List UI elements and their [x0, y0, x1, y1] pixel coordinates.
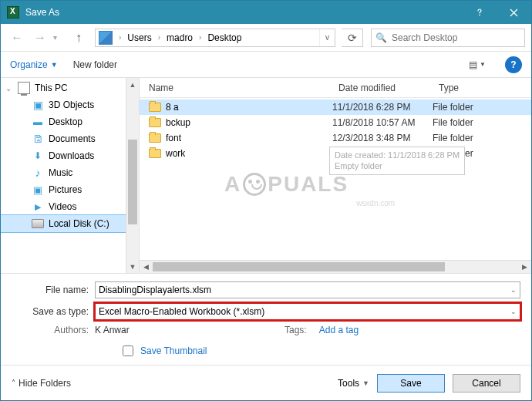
sidebar-item-documents[interactable]: Documents	[1, 130, 139, 147]
tags-value[interactable]: Add a tag	[319, 325, 359, 335]
nav-history-dropdown[interactable]: ▾	[53, 33, 66, 42]
save-button[interactable]: Save	[377, 374, 445, 393]
column-type[interactable]: Type	[433, 78, 531, 97]
file-date: 12/3/2018 3:48 PM	[332, 133, 433, 143]
view-options-button[interactable]: ▤ ▼	[465, 56, 490, 73]
sidebar-item-videos[interactable]: Videos	[1, 198, 139, 215]
desktop-icon	[32, 116, 44, 128]
folder-icon	[149, 118, 161, 127]
chevron-up-icon: ˄	[12, 379, 15, 387]
folder-icon	[149, 103, 161, 112]
scroll-up-button[interactable]: ▲	[126, 78, 139, 91]
scroll-thumb[interactable]	[153, 262, 445, 271]
nav-back[interactable]: ←	[7, 28, 27, 48]
file-name: 8 a	[166, 102, 179, 113]
disk-icon	[32, 219, 44, 228]
tooltip-line: Empty folder	[335, 160, 460, 171]
folder-icon	[149, 149, 161, 158]
3d-objects-icon	[32, 99, 44, 111]
tools-menu[interactable]: Tools ▼	[338, 378, 369, 389]
sidebar-label: Desktop	[49, 116, 82, 127]
refresh-button[interactable]: ⟳	[342, 29, 363, 47]
watermark: A PUALS wsxdn.com	[224, 172, 348, 197]
sidebar-item-local-disk-c[interactable]: Local Disk (C:)	[1, 215, 139, 232]
sidebar-label: Documents	[49, 133, 96, 144]
sidebar-label: This PC	[35, 83, 68, 93]
file-list: 8 a 11/1/2018 6:28 PM File folder bckup …	[140, 98, 531, 260]
help-button[interactable]: ?	[505, 56, 522, 73]
file-name-label: File name:	[12, 285, 89, 295]
sidebar-label: 3D Objects	[49, 99, 94, 110]
file-list-header: Name Date modified Type	[140, 78, 531, 98]
chevron-down-icon: ▼	[480, 61, 486, 68]
authors-label: Authors:	[12, 325, 89, 335]
new-folder-button[interactable]: New folder	[73, 59, 117, 70]
file-row[interactable]: bckup 11/8/2018 10:57 AM File folder	[140, 115, 531, 130]
column-name[interactable]: Name	[140, 78, 332, 97]
scroll-down-button[interactable]: ▼	[126, 260, 139, 273]
breadcrumb-users[interactable]: Users	[124, 29, 154, 46]
file-type: File folder	[433, 117, 531, 128]
file-name-field[interactable]: DisablingDisplayalerts.xlsm ⌄	[95, 281, 520, 298]
chevron-down-icon[interactable]: ⌄	[510, 286, 517, 294]
save-as-dialog: Save As ← → ▾ ↑ › Users › madro › Deskto…	[0, 0, 532, 401]
save-thumbnail-checkbox[interactable]	[123, 345, 133, 356]
file-name: work	[166, 148, 185, 159]
close-button[interactable]	[497, 1, 531, 24]
downloads-icon	[32, 150, 44, 162]
toolbar: Organize ▼ New folder ▤ ▼ ?	[1, 52, 531, 78]
search-input[interactable]	[390, 32, 524, 44]
body: ⌄ This PC 3D Objects Desktop Documents D…	[1, 78, 531, 274]
documents-icon	[32, 133, 44, 145]
sidebar-label: Local Disk (C:)	[49, 218, 109, 229]
save-type-label: Save as type:	[12, 306, 89, 317]
sidebar-item-desktop[interactable]: Desktop	[1, 113, 139, 130]
authors-value[interactable]: K Anwar	[95, 325, 130, 335]
search-box[interactable]: 🔍	[371, 29, 525, 47]
nav-up[interactable]: ↑	[69, 28, 89, 48]
file-name: font	[166, 133, 181, 143]
column-date[interactable]: Date modified	[332, 78, 433, 97]
organize-label: Organize	[10, 59, 48, 70]
breadcrumb-desktop[interactable]: Desktop	[204, 29, 244, 46]
sidebar-this-pc[interactable]: ⌄ This PC	[1, 79, 139, 96]
sidebar-item-pictures[interactable]: Pictures	[1, 181, 139, 198]
sidebar: ⌄ This PC 3D Objects Desktop Documents D…	[1, 78, 140, 273]
view-icon: ▤	[469, 59, 477, 70]
watermark-face-icon	[243, 173, 266, 196]
location-icon	[99, 31, 113, 45]
expand-icon[interactable]: ⌄	[5, 84, 12, 93]
breadcrumb-sep: ›	[116, 33, 124, 42]
sidebar-scrollbar[interactable]: ▲ ▼	[126, 78, 139, 273]
scroll-left-button[interactable]: ◀	[140, 261, 153, 274]
sidebar-item-3d-objects[interactable]: 3D Objects	[1, 96, 139, 113]
address-bar[interactable]: › Users › madro › Desktop v	[95, 29, 335, 47]
sidebar-item-downloads[interactable]: Downloads	[1, 147, 139, 164]
save-thumbnail-label: Save Thumbnail	[140, 345, 207, 356]
search-icon: 🔍	[372, 32, 390, 43]
music-icon	[32, 167, 44, 179]
tags-label: Tags:	[230, 325, 307, 335]
chevron-down-icon[interactable]: ⌄	[510, 308, 517, 315]
help-button[interactable]	[462, 1, 497, 24]
watermark-text: A	[224, 172, 241, 197]
sidebar-item-music[interactable]: Music	[1, 164, 139, 181]
file-row[interactable]: work 11/28/2018 12:13 … File folder	[140, 146, 531, 161]
file-row[interactable]: font 12/3/2018 3:48 PM File folder	[140, 130, 531, 146]
save-type-value: Excel Macro-Enabled Workbook (*.xlsm)	[99, 306, 264, 317]
pc-icon	[18, 82, 30, 94]
hide-folders-button[interactable]: ˄ Hide Folders	[12, 378, 71, 389]
scroll-right-button[interactable]: ▶	[518, 261, 531, 274]
watermark-text: PUALS	[268, 172, 348, 197]
file-date: 11/8/2018 10:57 AM	[332, 117, 433, 128]
tools-label: Tools	[338, 378, 359, 389]
address-dropdown[interactable]: v	[319, 29, 335, 46]
organize-menu[interactable]: Organize ▼	[10, 59, 58, 70]
save-type-field[interactable]: Excel Macro-Enabled Workbook (*.xlsm) ⌄	[95, 303, 520, 320]
folder-icon	[149, 133, 161, 143]
cancel-button[interactable]: Cancel	[453, 374, 520, 393]
file-list-hscrollbar[interactable]: ◀ ▶	[140, 260, 531, 273]
breadcrumb-madro[interactable]: madro	[163, 29, 196, 46]
scroll-thumb[interactable]	[128, 140, 137, 224]
file-row[interactable]: 8 a 11/1/2018 6:28 PM File folder	[140, 99, 531, 115]
